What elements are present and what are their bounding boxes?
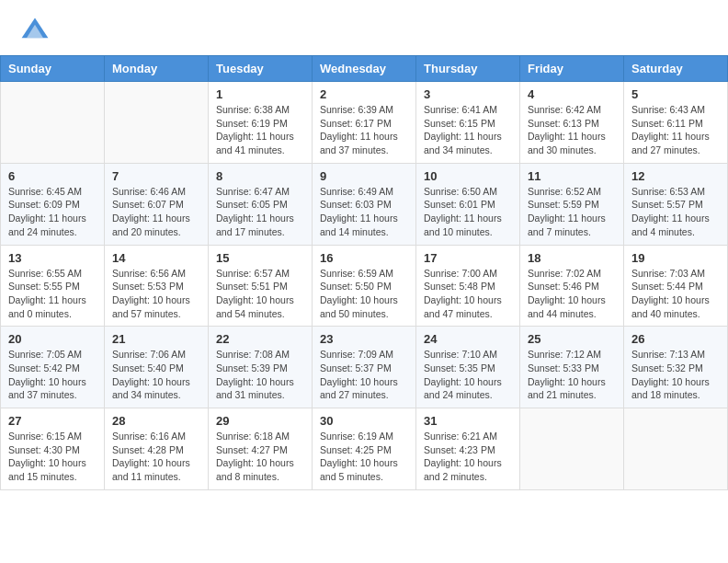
day-info: Sunrise: 7:03 AMSunset: 5:44 PMDaylight:…	[631, 267, 720, 321]
day-header-monday: Monday	[105, 56, 209, 82]
day-info: Sunrise: 6:52 AMSunset: 5:59 PMDaylight:…	[528, 185, 616, 239]
day-header-thursday: Thursday	[416, 56, 520, 82]
logo-icon	[18, 15, 51, 48]
day-info: Sunrise: 7:05 AMSunset: 5:42 PMDaylight:…	[8, 348, 97, 402]
calendar-table: SundayMondayTuesdayWednesdayThursdayFrid…	[0, 55, 728, 490]
day-number: 9	[320, 169, 408, 183]
day-info: Sunrise: 7:10 AMSunset: 5:35 PMDaylight:…	[424, 348, 512, 402]
day-info: Sunrise: 7:00 AMSunset: 5:48 PMDaylight:…	[424, 267, 512, 321]
day-number: 14	[112, 251, 200, 265]
day-info: Sunrise: 7:02 AMSunset: 5:46 PMDaylight:…	[528, 267, 616, 321]
calendar-cell: 7Sunrise: 6:46 AMSunset: 6:07 PMDaylight…	[105, 163, 209, 245]
calendar-cell: 18Sunrise: 7:02 AMSunset: 5:46 PMDayligh…	[520, 245, 624, 327]
day-number: 19	[631, 251, 720, 265]
day-header-sunday: Sunday	[1, 56, 105, 82]
calendar-cell	[520, 408, 624, 490]
calendar-week-row: 6Sunrise: 6:45 AMSunset: 6:09 PMDaylight…	[1, 163, 728, 245]
calendar-cell: 14Sunrise: 6:56 AMSunset: 5:53 PMDayligh…	[105, 245, 209, 327]
calendar-cell: 4Sunrise: 6:42 AMSunset: 6:13 PMDaylight…	[520, 82, 624, 164]
day-info: Sunrise: 6:50 AMSunset: 6:01 PMDaylight:…	[424, 185, 512, 239]
day-info: Sunrise: 7:12 AMSunset: 5:33 PMDaylight:…	[528, 348, 616, 402]
day-info: Sunrise: 6:16 AMSunset: 4:28 PMDaylight:…	[112, 430, 200, 484]
day-info: Sunrise: 7:09 AMSunset: 5:37 PMDaylight:…	[320, 348, 408, 402]
day-info: Sunrise: 6:59 AMSunset: 5:50 PMDaylight:…	[320, 267, 408, 321]
calendar-week-row: 20Sunrise: 7:05 AMSunset: 5:42 PMDayligh…	[1, 327, 728, 408]
day-number: 29	[216, 414, 304, 428]
day-info: Sunrise: 6:56 AMSunset: 5:53 PMDaylight:…	[112, 267, 200, 321]
calendar-cell: 29Sunrise: 6:18 AMSunset: 4:27 PMDayligh…	[209, 408, 313, 490]
calendar-cell	[105, 82, 209, 164]
calendar-cell: 12Sunrise: 6:53 AMSunset: 5:57 PMDayligh…	[624, 163, 728, 245]
day-info: Sunrise: 6:18 AMSunset: 4:27 PMDaylight:…	[216, 430, 304, 484]
calendar-cell: 13Sunrise: 6:55 AMSunset: 5:55 PMDayligh…	[1, 245, 105, 327]
day-number: 13	[8, 251, 97, 265]
day-info: Sunrise: 7:06 AMSunset: 5:40 PMDaylight:…	[112, 348, 200, 402]
calendar-cell: 9Sunrise: 6:49 AMSunset: 6:03 PMDaylight…	[313, 163, 416, 245]
calendar-header-row: SundayMondayTuesdayWednesdayThursdayFrid…	[1, 56, 728, 82]
day-number: 11	[528, 169, 616, 183]
day-number: 18	[528, 251, 616, 265]
day-number: 21	[112, 332, 200, 346]
day-number: 24	[424, 332, 512, 346]
calendar-cell: 2Sunrise: 6:39 AMSunset: 6:17 PMDaylight…	[313, 82, 416, 164]
calendar-cell: 11Sunrise: 6:52 AMSunset: 5:59 PMDayligh…	[520, 163, 624, 245]
calendar-cell: 10Sunrise: 6:50 AMSunset: 6:01 PMDayligh…	[416, 163, 520, 245]
day-number: 4	[528, 87, 616, 101]
calendar-cell: 22Sunrise: 7:08 AMSunset: 5:39 PMDayligh…	[209, 327, 313, 408]
calendar-cell: 28Sunrise: 6:16 AMSunset: 4:28 PMDayligh…	[105, 408, 209, 490]
logo	[18, 15, 55, 48]
day-number: 2	[320, 87, 408, 101]
day-info: Sunrise: 7:13 AMSunset: 5:32 PMDaylight:…	[631, 348, 720, 402]
day-info: Sunrise: 6:47 AMSunset: 6:05 PMDaylight:…	[216, 185, 304, 239]
calendar-cell: 30Sunrise: 6:19 AMSunset: 4:25 PMDayligh…	[313, 408, 416, 490]
calendar-week-row: 27Sunrise: 6:15 AMSunset: 4:30 PMDayligh…	[1, 408, 728, 490]
day-number: 31	[424, 414, 512, 428]
calendar-cell: 17Sunrise: 7:00 AMSunset: 5:48 PMDayligh…	[416, 245, 520, 327]
calendar-cell: 31Sunrise: 6:21 AMSunset: 4:23 PMDayligh…	[416, 408, 520, 490]
calendar-cell: 1Sunrise: 6:38 AMSunset: 6:19 PMDaylight…	[209, 82, 313, 164]
day-info: Sunrise: 6:39 AMSunset: 6:17 PMDaylight:…	[320, 103, 408, 157]
calendar-week-row: 1Sunrise: 6:38 AMSunset: 6:19 PMDaylight…	[1, 82, 728, 164]
day-info: Sunrise: 6:53 AMSunset: 5:57 PMDaylight:…	[631, 185, 720, 239]
day-number: 10	[424, 169, 512, 183]
day-number: 3	[424, 87, 512, 101]
day-info: Sunrise: 6:38 AMSunset: 6:19 PMDaylight:…	[216, 103, 304, 157]
calendar-cell: 19Sunrise: 7:03 AMSunset: 5:44 PMDayligh…	[624, 245, 728, 327]
calendar-cell: 6Sunrise: 6:45 AMSunset: 6:09 PMDaylight…	[1, 163, 105, 245]
calendar-cell: 8Sunrise: 6:47 AMSunset: 6:05 PMDaylight…	[209, 163, 313, 245]
day-header-tuesday: Tuesday	[209, 56, 313, 82]
day-number: 5	[631, 87, 720, 101]
calendar-cell: 25Sunrise: 7:12 AMSunset: 5:33 PMDayligh…	[520, 327, 624, 408]
day-number: 22	[216, 332, 304, 346]
page-header	[0, 0, 728, 55]
day-number: 28	[112, 414, 200, 428]
calendar-cell: 5Sunrise: 6:43 AMSunset: 6:11 PMDaylight…	[624, 82, 728, 164]
day-info: Sunrise: 6:45 AMSunset: 6:09 PMDaylight:…	[8, 185, 97, 239]
calendar-cell: 21Sunrise: 7:06 AMSunset: 5:40 PMDayligh…	[105, 327, 209, 408]
day-number: 16	[320, 251, 408, 265]
calendar-cell: 3Sunrise: 6:41 AMSunset: 6:15 PMDaylight…	[416, 82, 520, 164]
day-number: 7	[112, 169, 200, 183]
day-number: 15	[216, 251, 304, 265]
day-header-wednesday: Wednesday	[313, 56, 416, 82]
day-number: 23	[320, 332, 408, 346]
day-number: 26	[631, 332, 720, 346]
day-number: 17	[424, 251, 512, 265]
day-number: 27	[8, 414, 97, 428]
day-number: 8	[216, 169, 304, 183]
day-number: 1	[216, 87, 304, 101]
calendar-cell: 23Sunrise: 7:09 AMSunset: 5:37 PMDayligh…	[313, 327, 416, 408]
day-number: 20	[8, 332, 97, 346]
day-info: Sunrise: 6:57 AMSunset: 5:51 PMDaylight:…	[216, 267, 304, 321]
day-number: 6	[8, 169, 97, 183]
calendar-cell: 16Sunrise: 6:59 AMSunset: 5:50 PMDayligh…	[313, 245, 416, 327]
day-header-friday: Friday	[520, 56, 624, 82]
calendar-cell: 26Sunrise: 7:13 AMSunset: 5:32 PMDayligh…	[624, 327, 728, 408]
day-number: 25	[528, 332, 616, 346]
day-header-saturday: Saturday	[624, 56, 728, 82]
day-info: Sunrise: 6:49 AMSunset: 6:03 PMDaylight:…	[320, 185, 408, 239]
day-number: 12	[631, 169, 720, 183]
calendar-cell: 27Sunrise: 6:15 AMSunset: 4:30 PMDayligh…	[1, 408, 105, 490]
calendar-cell	[1, 82, 105, 164]
day-info: Sunrise: 6:46 AMSunset: 6:07 PMDaylight:…	[112, 185, 200, 239]
